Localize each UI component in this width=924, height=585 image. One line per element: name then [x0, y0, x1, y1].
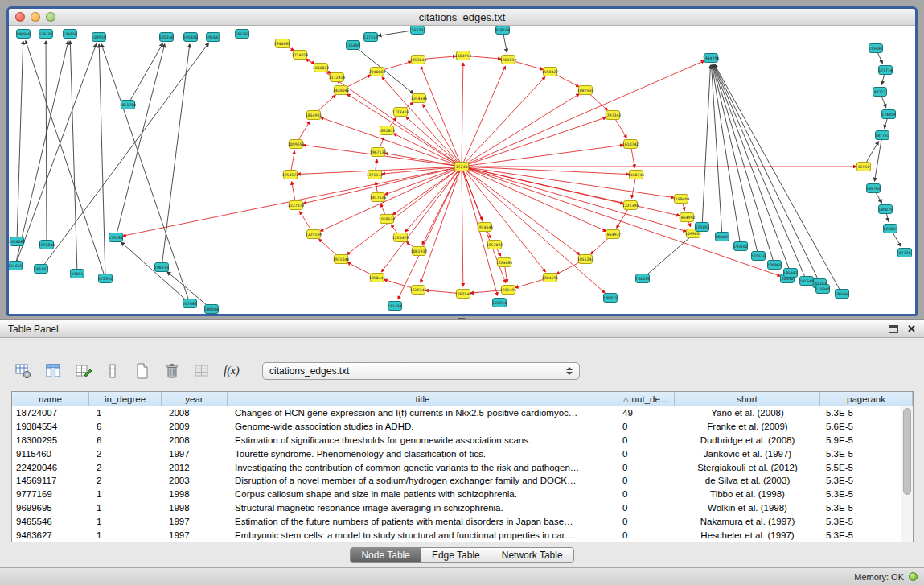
graph-edge[interactable] — [99, 44, 105, 278]
graph-node[interactable]: 1724018 — [292, 51, 309, 60]
close-panel-icon[interactable]: ✕ — [907, 324, 916, 334]
graph-node[interactable]: 189075 — [878, 205, 893, 214]
graph-node[interactable]: 191642 — [206, 33, 220, 42]
graph-node[interactable]: 125248 — [159, 33, 174, 42]
graph-node[interactable]: 1160746 — [628, 171, 645, 179]
graph-edge[interactable] — [462, 61, 704, 167]
graph-node[interactable]: 192450 — [183, 33, 198, 42]
graph-node[interactable]: 1854937 — [605, 230, 622, 239]
table-row[interactable]: 977716911998Corpus callosum shape and si… — [12, 488, 901, 501]
graph-edge[interactable] — [70, 41, 77, 274]
graph-node[interactable]: 1558427 — [542, 68, 559, 76]
new-file-icon[interactable] — [132, 360, 153, 381]
table-row[interactable]: 911546021997Tourette syndrome. Phenomeno… — [12, 447, 901, 460]
graph-edge[interactable] — [462, 94, 579, 167]
graph-node[interactable]: 196713 — [154, 263, 169, 272]
graph-edge[interactable] — [128, 43, 163, 105]
table-row[interactable]: 1456911722003Disruption of a novel membe… — [12, 474, 901, 488]
graph-edge[interactable] — [462, 167, 463, 286]
graph-node[interactable]: 176254 — [492, 299, 507, 307]
network-canvas[interactable]: 1724011607461221395185493718512431204591… — [9, 26, 915, 314]
graph-edge[interactable] — [347, 94, 462, 167]
graph-node[interactable]: 59051 — [71, 270, 84, 278]
graph-node[interactable]: 207686 — [183, 299, 197, 308]
graph-edge[interactable] — [714, 64, 842, 294]
graph-node[interactable]: 109965 — [767, 261, 782, 270]
graph-node[interactable]: 122516 — [751, 252, 766, 261]
graph-edge[interactable] — [421, 66, 462, 167]
row-height-icon[interactable] — [102, 360, 123, 381]
graph-node[interactable]: 1224085 — [496, 258, 513, 267]
column-header-pagerank[interactable]: pagerank — [820, 392, 913, 406]
graph-edge[interactable] — [712, 65, 741, 246]
graph-node[interactable]: 1854950 — [679, 213, 696, 222]
graph-node[interactable]: 1420046 — [333, 86, 350, 95]
table-row[interactable]: 1938455462009Genome-wide association stu… — [12, 420, 901, 434]
graph-edge[interactable] — [462, 167, 606, 231]
graph-node[interactable]: 15958 — [857, 163, 871, 171]
graph-edge[interactable] — [462, 66, 505, 167]
graph-node[interactable]: 2240862 — [274, 39, 291, 48]
graph-edge[interactable] — [713, 65, 758, 256]
graph-edge[interactable] — [714, 64, 807, 281]
graph-node[interactable]: 17240 — [455, 163, 469, 171]
graph-edge[interactable] — [462, 63, 463, 167]
graph-edge[interactable] — [713, 64, 791, 273]
graph-node[interactable]: 1619342 — [410, 286, 427, 295]
graph-node[interactable]: 1099653 — [288, 140, 305, 149]
graph-node[interactable]: 1225169 — [306, 230, 322, 239]
tab-node-table[interactable]: Node Table — [350, 547, 421, 563]
graph-edge[interactable] — [643, 232, 696, 278]
graph-node[interactable]: 185044 — [835, 290, 849, 299]
graph-node[interactable]: 100871 — [603, 294, 618, 303]
graph-node[interactable]: 1762548 — [455, 290, 472, 299]
graph-node[interactable]: 818104 — [495, 26, 510, 35]
edit-table-icon[interactable] — [72, 360, 93, 381]
graph-node[interactable]: 1861875 — [379, 126, 396, 135]
graph-node[interactable]: 155842 — [869, 44, 883, 53]
graph-node[interactable]: 1417526 — [370, 193, 387, 202]
graph-node[interactable]: 172341 — [98, 274, 113, 283]
graph-node[interactable]: 67720 — [898, 249, 912, 257]
table-row[interactable]: 1872400712008Changes of HCN gene express… — [12, 406, 901, 420]
tab-edge-table[interactable]: Edge Table — [421, 547, 491, 563]
graph-node[interactable]: 2172418 — [329, 73, 346, 82]
graph-node[interactable]: 186946 — [16, 30, 31, 39]
graph-node[interactable]: 1275141 — [367, 171, 384, 179]
select-columns-icon[interactable] — [43, 360, 64, 381]
graph-node[interactable]: 134950 — [63, 30, 77, 39]
graph-node[interactable]: 1853022 — [487, 241, 503, 249]
graph-node[interactable]: 1220476 — [392, 233, 409, 242]
graph-node[interactable]: 55723 — [411, 26, 425, 35]
graph-node[interactable]: 1297343 — [605, 111, 622, 120]
table-scrollbar-thumb[interactable] — [903, 408, 911, 495]
graph-node[interactable]: 1931644 — [333, 255, 350, 264]
column-header-title[interactable]: title — [228, 392, 618, 406]
graph-node[interactable]: 165762 — [866, 184, 881, 193]
graph-edge[interactable] — [41, 43, 209, 269]
table-row[interactable]: 969969511998Structural magnetic resonanc… — [12, 501, 901, 515]
graph-edge[interactable] — [15, 43, 97, 266]
graph-node[interactable]: 1914545 — [477, 223, 494, 232]
graph-edge[interactable] — [462, 167, 686, 232]
table-source-dropdown[interactable]: citations_edges.txt — [262, 362, 580, 380]
column-header-out_de[interactable]: △out_de… — [618, 392, 675, 406]
graph-node[interactable]: 1061932 — [411, 247, 428, 256]
graph-node[interactable]: 187751 — [875, 131, 889, 140]
column-header-short[interactable]: short — [675, 392, 820, 406]
graph-node[interactable]: 177714 — [878, 66, 893, 75]
graph-node[interactable]: 1159409 — [673, 195, 690, 204]
graph-edge[interactable] — [26, 41, 105, 278]
graph-node[interactable]: 186049 — [715, 233, 729, 241]
table-settings-icon[interactable] — [13, 360, 34, 381]
graph-node[interactable]: 1723418 — [392, 108, 409, 117]
import-table-icon[interactable] — [191, 360, 212, 381]
graph-edge[interactable] — [462, 77, 545, 167]
graph-node[interactable]: 115940 — [815, 285, 830, 294]
graph-node[interactable]: 185493 — [783, 269, 798, 278]
graph-node[interactable]: 127512 — [363, 33, 378, 42]
graph-node[interactable]: 174859 — [881, 110, 896, 119]
graph-node[interactable]: 1850441 — [369, 274, 386, 282]
table-row[interactable]: 1830029562008Estimation of significance … — [12, 434, 901, 447]
graph-node[interactable]: 1961819 — [500, 56, 517, 64]
